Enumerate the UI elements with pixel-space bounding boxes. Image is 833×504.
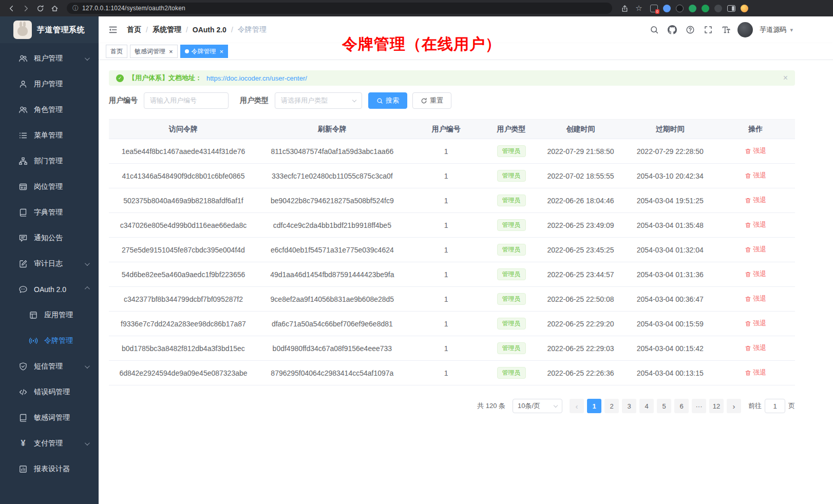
close-icon[interactable]: × bbox=[783, 74, 788, 82]
extension-green-icon[interactable] bbox=[689, 5, 696, 12]
chevron-down-icon bbox=[352, 98, 356, 102]
collapse-sidebar-icon[interactable] bbox=[108, 25, 118, 35]
force-logout-button[interactable]: 强退 bbox=[745, 220, 766, 229]
tab-token[interactable]: 令牌管理× bbox=[180, 45, 229, 58]
question-icon[interactable] bbox=[686, 25, 695, 34]
github-icon[interactable] bbox=[668, 25, 677, 34]
cell-expire-time: 2054-03-04 01:32:04 bbox=[624, 238, 716, 262]
force-logout-button[interactable]: 强退 bbox=[745, 269, 766, 279]
breadcrumb-item[interactable]: OAuth 2.0 bbox=[193, 26, 226, 34]
sidebar-item-role[interactable]: 角色管理 bbox=[0, 97, 99, 123]
filter-form: 用户编号 请输入用户编号 用户类型 请选择用户类型 搜索 重置 bbox=[109, 92, 795, 109]
extension-blue-icon[interactable] bbox=[663, 5, 671, 12]
sidebar-item-dept[interactable]: 部门管理 bbox=[0, 148, 99, 174]
goto-page-input[interactable]: 1 bbox=[765, 399, 785, 413]
search-icon bbox=[376, 98, 383, 104]
sidebar-item-dict[interactable]: 字典管理 bbox=[0, 200, 99, 225]
close-icon[interactable]: × bbox=[169, 48, 173, 55]
sidebar-item-user[interactable]: 用户管理 bbox=[0, 71, 99, 97]
user-type-select[interactable]: 请选择用户类型 bbox=[275, 92, 362, 109]
page-button-1[interactable]: 1 bbox=[587, 399, 601, 413]
extension-dark-icon[interactable] bbox=[676, 5, 684, 12]
cell-create-time: 2022-06-25 23:44:57 bbox=[537, 262, 624, 287]
sidebar-item-sensitive-word[interactable]: 敏感词管理 bbox=[0, 405, 99, 431]
trash-icon bbox=[745, 345, 751, 352]
split-view-icon[interactable] bbox=[727, 5, 735, 12]
close-icon[interactable]: × bbox=[220, 48, 224, 55]
page-size-select[interactable]: 10条/页 bbox=[513, 399, 562, 413]
page-button-12[interactable]: 12 bbox=[709, 399, 724, 413]
prev-page-button[interactable]: ‹ bbox=[570, 399, 584, 413]
fullscreen-icon[interactable] bbox=[704, 25, 713, 34]
user-id-label: 用户编号 bbox=[109, 96, 138, 105]
sidebar-item-label: 应用管理 bbox=[44, 311, 73, 320]
next-page-button[interactable]: › bbox=[727, 399, 741, 413]
sidebar-item-audit-log[interactable]: 审计日志 bbox=[0, 251, 99, 277]
user-id-input[interactable]: 请输入用户编号 bbox=[144, 92, 229, 109]
page-button-6[interactable]: 6 bbox=[674, 399, 689, 413]
sidebar-item-report-designer[interactable]: 报表设计器 bbox=[0, 456, 99, 482]
trash-icon bbox=[745, 320, 751, 327]
back-icon[interactable] bbox=[5, 2, 17, 14]
sidebar-item-oauth2[interactable]: OAuth 2.0 bbox=[0, 277, 99, 302]
forward-icon[interactable] bbox=[20, 2, 32, 14]
table-row: 54d6be82ee5a460a9aedc1f9bf22365649d1aa46… bbox=[109, 262, 795, 287]
force-logout-button[interactable]: 强退 bbox=[745, 146, 766, 156]
reload-icon[interactable] bbox=[34, 2, 46, 14]
action-label: 强退 bbox=[753, 343, 766, 353]
breadcrumb-separator: / bbox=[146, 26, 148, 34]
bookmark-star-icon[interactable]: ☆ bbox=[633, 2, 645, 14]
user-avatar[interactable] bbox=[737, 22, 753, 37]
sidebar-item-pay[interactable]: ¥支付管理 bbox=[0, 431, 99, 456]
alert-link[interactable]: https://doc.iocoder.cn/user-center/ bbox=[206, 74, 307, 82]
extensions-grid-icon[interactable]: 0 bbox=[650, 5, 658, 12]
address-bar[interactable]: ⓘ 127.0.0.1:1024/system/oauth2/token bbox=[67, 3, 612, 14]
app-logo-row[interactable]: 芋道管理系统 bbox=[0, 16, 99, 43]
breadcrumb-item[interactable]: 首页 bbox=[127, 25, 141, 34]
search-button[interactable]: 搜索 bbox=[368, 92, 407, 109]
sidebar-item-error-code[interactable]: 错误码管理 bbox=[0, 379, 99, 405]
sidebar-item-label: 短信管理 bbox=[34, 362, 63, 371]
sidebar-item-notice[interactable]: 通知公告 bbox=[0, 225, 99, 251]
site-info-icon[interactable]: ⓘ bbox=[72, 5, 79, 11]
reset-button-label: 重置 bbox=[430, 96, 443, 105]
force-logout-button[interactable]: 强退 bbox=[745, 171, 766, 180]
cell-action: 强退 bbox=[716, 188, 795, 213]
page-button-3[interactable]: 3 bbox=[622, 399, 636, 413]
force-logout-button[interactable]: 强退 bbox=[745, 343, 766, 353]
sidebar-item-tenant[interactable]: 租户管理 bbox=[0, 46, 99, 71]
user-type-badge: 管理员 bbox=[497, 342, 526, 355]
sidebar-item-oauth2-token[interactable]: 令牌管理 bbox=[0, 328, 99, 354]
sidebar-item-menu[interactable]: 菜单管理 bbox=[0, 123, 99, 148]
browser-profile-avatar[interactable] bbox=[741, 5, 748, 12]
tab-home[interactable]: 首页 bbox=[106, 45, 127, 58]
search-icon[interactable] bbox=[650, 25, 659, 34]
breadcrumb-item[interactable]: 系统管理 bbox=[153, 25, 181, 34]
share-icon[interactable] bbox=[618, 2, 631, 14]
alert-text: 【用户体系】文档地址： bbox=[128, 73, 202, 83]
reset-button[interactable]: 重置 bbox=[412, 92, 451, 109]
extension-leaf-icon[interactable] bbox=[702, 5, 709, 12]
tab-sensitive-word[interactable]: 敏感词管理× bbox=[130, 45, 178, 58]
force-logout-button[interactable]: 强退 bbox=[745, 368, 766, 377]
chevron-down-icon[interactable]: ▾ bbox=[790, 27, 793, 33]
force-logout-button[interactable]: 强退 bbox=[745, 245, 766, 254]
user-name[interactable]: 芋道源码 bbox=[760, 25, 786, 34]
sidebar-item-sms[interactable]: 短信管理 bbox=[0, 354, 99, 379]
home-icon[interactable] bbox=[48, 2, 61, 14]
force-logout-button[interactable]: 强退 bbox=[745, 294, 766, 303]
force-logout-button[interactable]: 强退 bbox=[745, 319, 766, 328]
sidebar-item-oauth2-app[interactable]: 应用管理 bbox=[0, 302, 99, 328]
page-button-4[interactable]: 4 bbox=[639, 399, 654, 413]
cell-user-type: 管理员 bbox=[485, 213, 537, 238]
more-pages-button[interactable]: ··· bbox=[692, 399, 706, 413]
sidebar-item-post[interactable]: 岗位管理 bbox=[0, 174, 99, 200]
page-button-2[interactable]: 2 bbox=[604, 399, 619, 413]
font-size-icon[interactable] bbox=[722, 25, 731, 34]
extension-paw-icon[interactable] bbox=[714, 5, 722, 12]
refresh-icon bbox=[421, 98, 427, 104]
user-type-label: 用户类型 bbox=[240, 96, 269, 105]
force-logout-button[interactable]: 强退 bbox=[745, 196, 766, 205]
page-button-5[interactable]: 5 bbox=[657, 399, 671, 413]
cell-refresh-token: be90422b8c7946218275a508bf524fc9 bbox=[258, 188, 407, 213]
